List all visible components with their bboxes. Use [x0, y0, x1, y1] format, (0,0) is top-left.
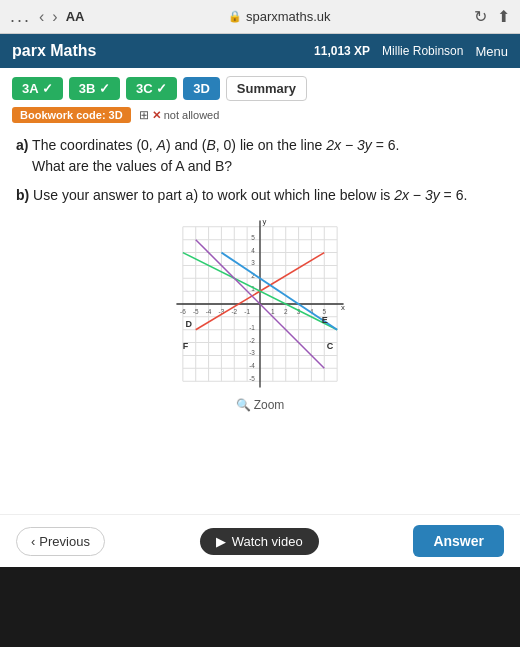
svg-text:y: y: [263, 217, 267, 226]
tab-3B[interactable]: 3B ✓: [69, 77, 120, 100]
svg-text:4: 4: [251, 247, 255, 254]
svg-text:D: D: [185, 319, 192, 329]
prev-label: Previous: [39, 534, 90, 549]
dots-menu: ...: [10, 6, 31, 27]
svg-text:1: 1: [271, 308, 275, 315]
bookwork-code-label: Bookwork code: 3D: [12, 107, 131, 123]
graph-controls: 🔍 Zoom: [236, 398, 285, 412]
dark-footer: [0, 567, 520, 647]
user-name: Millie Robinson: [382, 44, 463, 58]
browser-nav: ... ‹ › AA: [10, 6, 84, 27]
svg-text:x: x: [341, 303, 345, 312]
back-button[interactable]: ‹: [39, 8, 44, 26]
xp-badge: 11,013 XP: [314, 44, 370, 58]
svg-text:-2: -2: [231, 308, 237, 315]
site-header: parx Maths 11,013 XP Millie Robinson Men…: [0, 34, 520, 68]
part-b-text: Use your answer to part a) to work out w…: [33, 187, 467, 203]
menu-button[interactable]: Menu: [475, 44, 508, 59]
forward-button[interactable]: ›: [52, 8, 57, 26]
url-text: sparxmaths.uk: [246, 9, 331, 24]
svg-text:-5: -5: [193, 308, 199, 315]
svg-text:-5: -5: [249, 375, 255, 382]
svg-text:3: 3: [251, 259, 255, 266]
part-a-text2: What are the values of A and B?: [32, 158, 232, 174]
graph-container: y x -6 -5 -4 -3 -2 -1 1 2 3 4 5 5 4 3 2 …: [16, 214, 504, 412]
part-a-text: The coordinates (0, A) and (B, 0) lie on…: [32, 137, 399, 153]
zoom-icon: 🔍: [236, 398, 251, 412]
svg-text:E: E: [322, 315, 328, 325]
tabs-area: 3A ✓ 3B ✓ 3C ✓ 3D Summary: [0, 68, 520, 105]
part-a-label: a): [16, 137, 28, 153]
tab-3C[interactable]: 3C ✓: [126, 77, 177, 100]
main-content: parx Maths 11,013 XP Millie Robinson Men…: [0, 34, 520, 567]
svg-text:-4: -4: [249, 362, 255, 369]
answer-button[interactable]: Answer: [413, 525, 504, 557]
question-area: a) The coordinates (0, A) and (B, 0) lie…: [0, 127, 520, 514]
svg-text:5: 5: [251, 234, 255, 241]
browser-chrome: ... ‹ › AA 🔒 sparxmaths.uk ↻ ⬆: [0, 0, 520, 34]
graph-svg: y x -6 -5 -4 -3 -2 -1 1 2 3 4 5 5 4 3 2 …: [160, 214, 360, 394]
header-right: 11,013 XP Millie Robinson Menu: [314, 44, 508, 59]
calc-not-allowed-text: not allowed: [164, 109, 220, 121]
aa-label: AA: [66, 9, 85, 24]
video-label: Watch video: [232, 534, 303, 549]
x-icon: ✕: [152, 109, 161, 122]
tab-3A[interactable]: 3A ✓: [12, 77, 63, 100]
refresh-button[interactable]: ↻: [474, 7, 487, 26]
zoom-button[interactable]: 🔍 Zoom: [236, 398, 285, 412]
svg-text:-1: -1: [244, 308, 250, 315]
tab-summary[interactable]: Summary: [226, 76, 307, 101]
question-part-a: a) The coordinates (0, A) and (B, 0) lie…: [16, 135, 504, 177]
share-button[interactable]: ⬆: [497, 7, 510, 26]
tab-3D[interactable]: 3D: [183, 77, 220, 100]
calculator-status: ⊞ ✕ not allowed: [139, 108, 220, 122]
svg-text:-2: -2: [249, 337, 255, 344]
question-part-b: b) Use your answer to part a) to work ou…: [16, 185, 504, 206]
svg-text:-1: -1: [249, 324, 255, 331]
previous-button[interactable]: ‹ Previous: [16, 527, 105, 556]
svg-text:-3: -3: [249, 349, 255, 356]
browser-actions: ↻ ⬆: [474, 7, 510, 26]
zoom-label: Zoom: [254, 398, 285, 412]
watch-video-button[interactable]: ▶ Watch video: [200, 528, 319, 555]
svg-text:2: 2: [284, 308, 288, 315]
calculator-icon: ⊞: [139, 108, 149, 122]
part-b-label: b): [16, 187, 29, 203]
video-icon: ▶: [216, 534, 226, 549]
lock-icon: 🔒: [228, 10, 242, 23]
svg-text:C: C: [327, 341, 334, 351]
svg-text:-6: -6: [180, 308, 186, 315]
prev-arrow-icon: ‹: [31, 534, 35, 549]
url-bar[interactable]: 🔒 sparxmaths.uk: [84, 9, 474, 24]
site-logo: parx Maths: [12, 42, 96, 60]
svg-text:-4: -4: [206, 308, 212, 315]
bottom-nav: ‹ Previous ▶ Watch video Answer: [0, 514, 520, 567]
svg-text:F: F: [183, 341, 189, 351]
svg-text:5: 5: [322, 308, 326, 315]
bookwork-bar: Bookwork code: 3D ⊞ ✕ not allowed: [0, 105, 520, 127]
